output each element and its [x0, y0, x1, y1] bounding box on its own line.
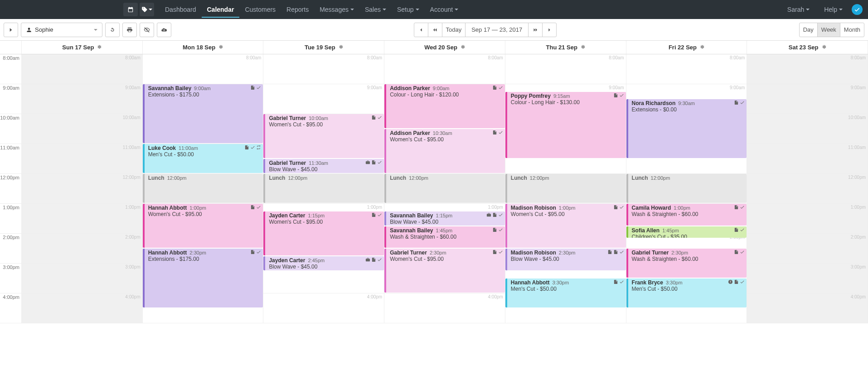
- appointment[interactable]: Savannah Bailey9:00amExtensions - $175.0…: [143, 84, 263, 143]
- appointment[interactable]: Hannah Abbott2:30pmExtensions - $175.00: [143, 249, 263, 307]
- calendar-cell[interactable]: 8:00am: [263, 54, 384, 84]
- day-header[interactable]: Fri 22 Sep: [626, 41, 747, 54]
- appointment[interactable]: Madison Robison1:00pmWomen's Cut - $95.0…: [505, 204, 626, 248]
- view-day-button[interactable]: Day: [799, 23, 818, 37]
- calendar-cell[interactable]: 8:00am: [143, 54, 264, 84]
- tag-dropdown-button[interactable]: [140, 3, 154, 16]
- help-menu[interactable]: Help: [819, 1, 848, 18]
- appointment[interactable]: Addison Parker10:30amWomen's Cut - $95.0…: [384, 129, 505, 173]
- calendar-cell[interactable]: 1:00pm: [22, 204, 143, 233]
- appointment[interactable]: Poppy Pomfrey9:15amColour - Long Hair - …: [505, 92, 626, 158]
- next-button[interactable]: [542, 23, 557, 37]
- today-button[interactable]: Today: [442, 23, 466, 37]
- calendar-cell[interactable]: 3:00pm: [22, 264, 143, 293]
- view-month-button[interactable]: Month: [840, 23, 864, 37]
- lunch-block[interactable]: Lunch12:00pm: [505, 174, 626, 203]
- gear-icon[interactable]: [821, 44, 826, 50]
- calendar-cell[interactable]: 9:00am: [22, 84, 143, 114]
- calendar-cell[interactable]: 8:00am: [626, 54, 747, 84]
- calendar-cell[interactable]: 4:00pm: [263, 293, 384, 323]
- staff-select[interactable]: Sophie: [21, 23, 102, 37]
- calendar-icon-button[interactable]: [123, 3, 138, 16]
- gear-icon[interactable]: [97, 44, 102, 50]
- appointment[interactable]: Nora Richardson9:30amExtensions - $0.00: [626, 99, 747, 158]
- prev-button[interactable]: [414, 23, 428, 37]
- appointment[interactable]: Hannah Abbott1:00pmWomen's Cut - $95.00: [143, 204, 263, 248]
- day-header[interactable]: Sun 17 Sep: [22, 41, 143, 54]
- calendar-cell[interactable]: 11:00am: [22, 144, 143, 173]
- lunch-block[interactable]: Lunch12:00pm: [143, 174, 263, 203]
- time-label: 10:00am: [0, 114, 22, 144]
- date-range-button[interactable]: Sep 17 — 23, 2017: [465, 23, 529, 37]
- calendar-cell[interactable]: 2:00pm: [747, 234, 868, 263]
- appointment[interactable]: Jayden Carter2:45pmBlow Wave - $45.00: [263, 256, 384, 270]
- calendar-cell[interactable]: 2:00pm: [22, 234, 143, 263]
- calendar-cell[interactable]: 9:00am: [263, 84, 384, 114]
- nav-dashboard[interactable]: Dashboard: [160, 1, 202, 18]
- day-header[interactable]: Sat 23 Sep: [747, 41, 868, 54]
- calendar-cell[interactable]: 3:00pm: [747, 264, 868, 293]
- nav-reports[interactable]: Reports: [281, 1, 314, 18]
- appointment[interactable]: Camila Howard1:00pmWash & Straighten - $…: [626, 204, 747, 226]
- calendar-cell[interactable]: 12:00pm: [747, 174, 868, 203]
- calendar-cell[interactable]: 1:00pm: [747, 204, 868, 233]
- appointment[interactable]: Hannah Abbott3:30pmMen's Cut - $50.00: [505, 279, 626, 307]
- nav-account[interactable]: Account: [425, 1, 464, 18]
- gear-icon[interactable]: [338, 44, 343, 50]
- hide-button[interactable]: [140, 23, 154, 37]
- appointment[interactable]: Savannah Bailey1:45pmWash & Straighten -…: [384, 226, 505, 248]
- lunch-block[interactable]: Lunch12:00pm: [384, 174, 505, 203]
- brand-badge-icon[interactable]: [852, 4, 863, 15]
- calendar-cell[interactable]: 4:00pm: [22, 293, 143, 323]
- cloud-download-button[interactable]: [157, 23, 171, 37]
- calendar-cell[interactable]: 9:00am: [747, 84, 868, 114]
- appointment[interactable]: Addison Parker9:00amColour - Long Hair -…: [384, 84, 505, 128]
- appointment-time: 1:15pm: [308, 213, 325, 218]
- expand-sidebar-button[interactable]: [4, 23, 18, 37]
- gear-icon[interactable]: [580, 44, 585, 50]
- gear-icon[interactable]: [218, 44, 223, 50]
- nav-setup[interactable]: Setup: [392, 1, 425, 18]
- calendar-cell[interactable]: 8:00am: [747, 54, 868, 84]
- calendar-cell[interactable]: 4:00pm: [384, 293, 505, 323]
- nav-messages[interactable]: Messages: [314, 1, 359, 18]
- nav-customers[interactable]: Customers: [239, 1, 281, 18]
- user-menu[interactable]: Sarah: [782, 1, 815, 18]
- gear-icon[interactable]: [699, 44, 704, 50]
- appointment[interactable]: Sofia Allen1:45pmChildren's Cut - $35.00: [626, 226, 747, 238]
- calendar-cell[interactable]: 10:00am: [747, 114, 868, 144]
- calendar-cell[interactable]: 12:00pm: [22, 174, 143, 203]
- appointment[interactable]: Luke Cook11:00amMen's Cut - $50.00: [143, 144, 263, 173]
- prev-fast-button[interactable]: [428, 23, 442, 37]
- view-week-button[interactable]: Week: [817, 23, 840, 37]
- calendar-grid[interactable]: 8:00am8:00am8:00am8:00am8:00am8:00am8:00…: [0, 54, 868, 323]
- appointment[interactable]: Gabriel Turner2:30pmWash & Straighten - …: [626, 249, 747, 278]
- calendar-cell[interactable]: 8:00am: [384, 54, 505, 84]
- calendar-cell[interactable]: 11:00am: [747, 144, 868, 173]
- gear-icon[interactable]: [460, 44, 465, 50]
- day-header[interactable]: Mon 18 Sep: [143, 41, 264, 54]
- day-header[interactable]: Thu 21 Sep: [505, 41, 626, 54]
- appointment[interactable]: Gabriel Turner11:30amBlow Wave - $45.00: [263, 159, 384, 173]
- nav-calendar[interactable]: Calendar: [202, 1, 240, 18]
- print-button[interactable]: [122, 23, 137, 37]
- lunch-block[interactable]: Lunch12:00pm: [263, 174, 384, 203]
- note-icon: [371, 257, 376, 263]
- refresh-button[interactable]: [105, 23, 120, 37]
- next-fast-button[interactable]: [528, 23, 543, 37]
- calendar-cell[interactable]: 8:00am: [22, 54, 143, 84]
- day-header[interactable]: Wed 20 Sep: [384, 41, 505, 54]
- appointment[interactable]: Madison Robison2:30pmBlow Wave - $45.00: [505, 249, 626, 270]
- day-header[interactable]: Tue 19 Sep: [263, 41, 384, 54]
- appointment[interactable]: Gabriel Turner10:00amWomen's Cut - $95.0…: [263, 114, 384, 158]
- lunch-block[interactable]: Lunch12:00pm: [626, 174, 747, 203]
- calendar-cell[interactable]: 8:00am: [505, 54, 626, 84]
- appointment[interactable]: Frank Bryce3:30pmMen's Cut - $50.00: [626, 279, 747, 307]
- appointment[interactable]: Savannah Bailey1:15pmBlow Wave - $45.00: [384, 211, 505, 226]
- calendar-cell[interactable]: 10:00am: [22, 114, 143, 144]
- calendar-cell[interactable]: 4:00pm: [747, 293, 868, 323]
- appointment[interactable]: Gabriel Turner2:30pmWomen's Cut - $95.00: [384, 249, 505, 293]
- check-icon: [498, 227, 503, 233]
- appointment[interactable]: Jayden Carter1:15pmWomen's Cut - $95.00: [263, 211, 384, 255]
- nav-sales[interactable]: Sales: [359, 1, 392, 18]
